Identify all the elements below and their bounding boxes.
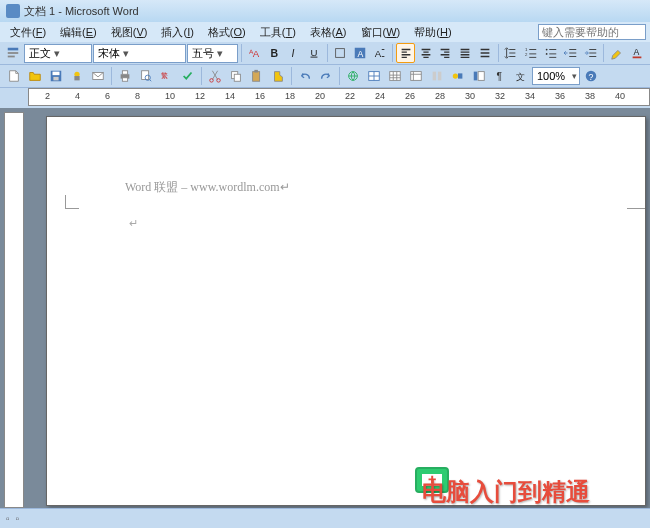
italic-button[interactable]: I bbox=[285, 43, 304, 63]
svg-rect-38 bbox=[411, 72, 422, 81]
view-layout-icon[interactable]: ▫ bbox=[16, 513, 20, 524]
font-combo[interactable]: 宋体▾ bbox=[93, 44, 186, 63]
highlight-button[interactable] bbox=[607, 43, 626, 63]
document-area: Word 联盟 – www.wordlm.com↵ ↵ bbox=[0, 108, 650, 518]
zoom-combo[interactable]: 100% bbox=[532, 67, 580, 85]
view-normal-icon[interactable]: ▫ bbox=[6, 513, 10, 524]
ruler-tick: 28 bbox=[435, 91, 445, 101]
print-button[interactable] bbox=[115, 66, 135, 86]
menu-tools[interactable]: 工具(T) bbox=[254, 23, 302, 42]
svg-text:2: 2 bbox=[525, 52, 528, 57]
redo-button[interactable] bbox=[316, 66, 336, 86]
doc-map-button[interactable] bbox=[469, 66, 489, 86]
spelling-button[interactable]: 繁 bbox=[157, 66, 177, 86]
font-size-combo[interactable]: 五号▾ bbox=[187, 44, 238, 63]
font-color-button[interactable]: A bbox=[627, 43, 646, 63]
vertical-ruler[interactable] bbox=[4, 112, 24, 508]
open-button[interactable] bbox=[25, 66, 45, 86]
header-text[interactable]: Word 联盟 – www.wordlm.com↵ bbox=[125, 179, 290, 196]
permission-button[interactable] bbox=[67, 66, 87, 86]
style-pane-icon[interactable] bbox=[4, 43, 23, 63]
menu-insert[interactable]: 插入(I) bbox=[155, 23, 199, 42]
ruler-tick: 8 bbox=[135, 91, 140, 101]
svg-text:繁: 繁 bbox=[161, 72, 168, 80]
menu-help[interactable]: 帮助(H) bbox=[408, 23, 457, 42]
help-icon[interactable]: ? bbox=[581, 66, 601, 86]
svg-text:¶: ¶ bbox=[497, 70, 503, 82]
underline-button[interactable]: U bbox=[305, 43, 324, 63]
border-button[interactable] bbox=[330, 43, 349, 63]
paste-button[interactable] bbox=[247, 66, 267, 86]
pinyin-icon[interactable]: ᴬA bbox=[245, 43, 264, 63]
undo-button[interactable] bbox=[295, 66, 315, 86]
svg-rect-2 bbox=[8, 56, 15, 58]
decrease-indent-button[interactable] bbox=[561, 43, 580, 63]
cut-button[interactable] bbox=[205, 66, 225, 86]
align-left-button[interactable] bbox=[396, 43, 415, 63]
new-document-button[interactable] bbox=[4, 66, 24, 86]
svg-rect-32 bbox=[234, 74, 240, 81]
format-painter-button[interactable] bbox=[268, 66, 288, 86]
ruler-tick: 30 bbox=[465, 91, 475, 101]
svg-point-41 bbox=[453, 73, 458, 78]
tables-borders-button[interactable] bbox=[364, 66, 384, 86]
ruler-tick: 22 bbox=[345, 91, 355, 101]
hyperlink-button[interactable] bbox=[343, 66, 363, 86]
ruler-tick: 20 bbox=[315, 91, 325, 101]
ruler-tick: 12 bbox=[195, 91, 205, 101]
show-hide-button[interactable]: ¶ bbox=[490, 66, 510, 86]
ruler-tick: 36 bbox=[555, 91, 565, 101]
align-right-button[interactable] bbox=[436, 43, 455, 63]
svg-rect-18 bbox=[53, 72, 60, 76]
insert-table-button[interactable] bbox=[385, 66, 405, 86]
svg-text:I: I bbox=[292, 47, 295, 59]
chevron-down-icon[interactable]: ▾ bbox=[214, 47, 226, 60]
ruler-tick: 24 bbox=[375, 91, 385, 101]
excel-button[interactable] bbox=[406, 66, 426, 86]
horizontal-ruler[interactable]: 246810121416182022242628303234363840 bbox=[28, 88, 650, 106]
ruler-tick: 16 bbox=[255, 91, 265, 101]
increase-indent-button[interactable] bbox=[581, 43, 600, 63]
columns-button[interactable] bbox=[427, 66, 447, 86]
word-app-icon bbox=[6, 4, 20, 18]
menu-view[interactable]: 视图(V) bbox=[105, 23, 154, 42]
title-bar: 文档 1 - Microsoft Word bbox=[0, 0, 650, 22]
menu-file[interactable]: 文件(F) bbox=[4, 23, 52, 42]
menu-table[interactable]: 表格(A) bbox=[304, 23, 353, 42]
document-page[interactable]: Word 联盟 – www.wordlm.com↵ ↵ bbox=[46, 116, 646, 506]
align-center-button[interactable] bbox=[416, 43, 435, 63]
svg-rect-1 bbox=[8, 52, 19, 54]
style-combo[interactable]: 正文▾ bbox=[24, 44, 92, 63]
save-button[interactable] bbox=[46, 66, 66, 86]
svg-rect-7 bbox=[336, 49, 345, 58]
svg-text:?: ? bbox=[589, 72, 594, 82]
ruler-tick: 38 bbox=[585, 91, 595, 101]
chevron-down-icon[interactable]: ▾ bbox=[120, 47, 132, 60]
menu-format[interactable]: 格式(O) bbox=[202, 23, 252, 42]
justify-button[interactable] bbox=[456, 43, 475, 63]
numbered-list-button[interactable]: 12 bbox=[522, 43, 541, 63]
distribute-button[interactable] bbox=[476, 43, 495, 63]
email-button[interactable] bbox=[88, 66, 108, 86]
line-spacing-button[interactable] bbox=[502, 43, 521, 63]
help-search-input[interactable] bbox=[538, 24, 646, 40]
menu-window[interactable]: 窗口(W) bbox=[355, 23, 407, 42]
char-shading-button[interactable]: A bbox=[350, 43, 369, 63]
char-scaling-button[interactable]: A bbox=[370, 43, 389, 63]
svg-rect-24 bbox=[122, 71, 127, 75]
print-preview-button[interactable] bbox=[136, 66, 156, 86]
copy-button[interactable] bbox=[226, 66, 246, 86]
ruler-tick: 14 bbox=[225, 91, 235, 101]
svg-rect-33 bbox=[253, 72, 260, 82]
bullet-list-button[interactable] bbox=[542, 43, 561, 63]
menu-edit[interactable]: 编辑(E) bbox=[54, 23, 103, 42]
paragraph-mark: ↵ bbox=[129, 217, 138, 230]
bold-button[interactable]: B bbox=[265, 43, 284, 63]
drawing-button[interactable] bbox=[448, 66, 468, 86]
chinese-punct-button[interactable]: 文 bbox=[511, 66, 531, 86]
formatting-toolbar: 正文▾ 宋体▾ 五号▾ ᴬA B I U A A 12 A bbox=[0, 42, 650, 65]
svg-rect-43 bbox=[474, 72, 478, 81]
research-button[interactable] bbox=[178, 66, 198, 86]
status-bar: ▫ ▫ bbox=[0, 508, 650, 528]
chevron-down-icon[interactable]: ▾ bbox=[51, 47, 63, 60]
